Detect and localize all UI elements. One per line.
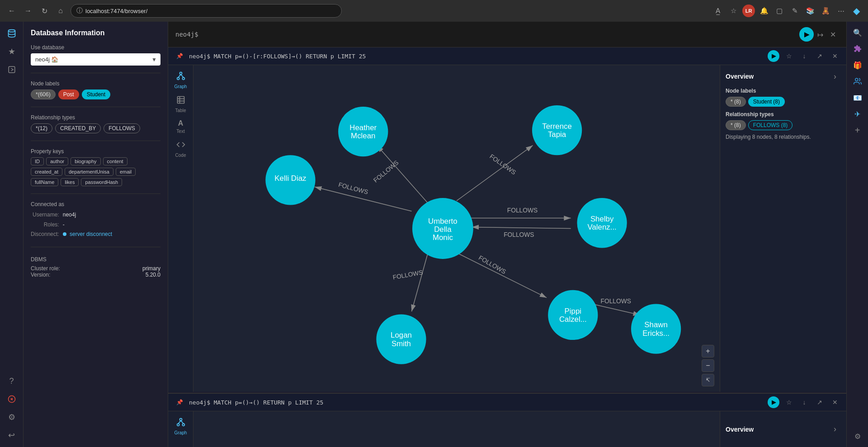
sidebar-database-btn[interactable] xyxy=(4,25,20,42)
result-expand-btn-1[interactable]: ↗ xyxy=(814,50,826,62)
bookmark-button[interactable]: ☆ xyxy=(727,5,740,17)
result-star-btn-2[interactable]: ☆ xyxy=(783,396,795,408)
node-umberto[interactable] xyxy=(412,198,473,259)
right-users-btn[interactable] xyxy=(850,74,865,89)
overview-badge-all[interactable]: * (8) xyxy=(726,97,746,107)
node-terrence[interactable] xyxy=(532,105,582,155)
profile-button[interactable]: LR xyxy=(742,5,755,17)
prop-content[interactable]: content xyxy=(103,157,127,165)
overview-rel-badge-all[interactable]: * (8) xyxy=(726,120,746,130)
zoom-in-btn-1[interactable]: + xyxy=(702,345,714,358)
sidebar-undo-btn[interactable]: ↩ xyxy=(4,427,20,443)
right-outlook-btn[interactable]: 📧 xyxy=(850,90,865,105)
refresh-button[interactable]: ↻ xyxy=(38,5,51,17)
prop-email[interactable]: email xyxy=(116,168,136,176)
home-button[interactable]: ⌂ xyxy=(54,5,67,17)
sidebar-help-btn[interactable]: ? xyxy=(4,373,20,389)
right-share-btn[interactable]: ✈ xyxy=(850,107,865,121)
db-select[interactable]: neo4j 🏠 xyxy=(31,53,160,66)
node-logan[interactable] xyxy=(376,314,426,364)
right-extensions-btn[interactable] xyxy=(850,42,865,56)
svg-point-6 xyxy=(177,77,179,80)
divider-5 xyxy=(31,247,160,247)
right-search-btn[interactable]: 🔍 xyxy=(850,25,865,40)
node-kelli[interactable] xyxy=(265,155,315,205)
badge-all-rels[interactable]: *(12) xyxy=(31,123,52,133)
split-view-button[interactable]: ▢ xyxy=(773,5,786,17)
result-download-btn-2[interactable]: ↓ xyxy=(798,396,810,408)
result-run-btn-1[interactable]: ▶ xyxy=(768,50,779,62)
more-button[interactable]: ⋯ xyxy=(835,5,847,17)
result-run-btn-2[interactable]: ▶ xyxy=(768,396,779,408)
tab-graph-label-1: Graph xyxy=(175,84,187,89)
graph-tab-icon-2 xyxy=(176,418,185,429)
result-close-btn-2[interactable]: ✕ xyxy=(829,396,841,408)
pin-icon-2[interactable]: 📌 xyxy=(174,396,185,408)
badge-follows[interactable]: FOLLOWS xyxy=(104,123,140,133)
divider-1 xyxy=(31,73,160,73)
divider-2 xyxy=(31,107,160,107)
right-add-btn[interactable]: + xyxy=(850,123,865,137)
node-shelby[interactable] xyxy=(577,198,627,248)
svg-point-16 xyxy=(177,423,179,426)
prop-fullname[interactable]: fullName xyxy=(31,178,58,186)
notifications-button[interactable]: 🔔 xyxy=(758,5,770,17)
prop-created-at[interactable]: created_at xyxy=(31,168,62,176)
prop-password[interactable]: passwordHash xyxy=(81,178,122,186)
badge-all-nodes[interactable]: *(606) xyxy=(31,89,56,99)
collections-button[interactable]: 📚 xyxy=(804,5,816,17)
overview-header-1: Overview › xyxy=(726,71,841,82)
query-expand-button[interactable]: ↦ xyxy=(814,28,826,41)
result-star-btn-1[interactable]: ☆ xyxy=(783,50,795,62)
bottom-overview-expand-btn[interactable]: › xyxy=(829,423,841,435)
prop-likes[interactable]: likes xyxy=(61,178,79,186)
tab-graph-2[interactable]: Graph xyxy=(170,415,192,438)
overview-rel-badge-follows[interactable]: FOLLOWS (8) xyxy=(748,120,793,130)
tab-text-1[interactable]: A Text xyxy=(170,117,192,136)
url-text: localhost:7474/browser/ xyxy=(85,8,147,14)
zoom-out-btn-1[interactable]: − xyxy=(702,359,714,372)
translate-button[interactable]: A̲ xyxy=(712,5,724,17)
tab-graph-label-2: Graph xyxy=(175,430,187,435)
prop-biography[interactable]: biography xyxy=(71,157,100,165)
right-settings-btn[interactable]: ⚙ xyxy=(850,429,865,443)
edge-button[interactable]: ◆ xyxy=(850,5,863,17)
query-run-button[interactable]: ▶ xyxy=(799,27,814,42)
back-button[interactable]: ← xyxy=(5,5,18,17)
code-tab-icon xyxy=(176,140,185,151)
forward-button[interactable]: → xyxy=(22,5,34,17)
sidebar-favorites-btn[interactable]: ★ xyxy=(4,43,20,60)
favorites-button[interactable]: ✎ xyxy=(788,5,801,17)
tab-code-1[interactable]: Code xyxy=(170,137,192,160)
prop-departement[interactable]: departementUnisa xyxy=(65,168,113,176)
prop-id[interactable]: ID xyxy=(31,157,44,165)
prop-author[interactable]: author xyxy=(46,157,68,165)
use-database-section: Use database neo4j 🏠 ▼ xyxy=(31,44,160,66)
badge-created-by[interactable]: CREATED_BY xyxy=(55,123,101,133)
badge-post[interactable]: Post xyxy=(58,89,79,99)
badge-student[interactable]: Student xyxy=(82,89,110,99)
sidebar-run-btn[interactable] xyxy=(4,61,20,78)
overview-badge-student[interactable]: Student (8) xyxy=(748,97,785,107)
result-download-btn-1[interactable]: ↓ xyxy=(798,50,810,62)
sidebar-settings-btn[interactable]: ⚙ xyxy=(4,409,20,425)
address-bar[interactable]: ⓘ localhost:7474/browser/ xyxy=(71,4,342,18)
tab-graph-1[interactable]: Graph xyxy=(170,69,192,92)
sidebar-error-btn[interactable] xyxy=(4,391,20,407)
disconnect-link[interactable]: server disconnect xyxy=(70,231,112,237)
zoom-fit-btn-1[interactable]: ↸ xyxy=(702,374,714,386)
tab-table-label-1: Table xyxy=(175,108,186,113)
pin-icon-1[interactable]: 📌 xyxy=(174,50,185,62)
tab-table-1[interactable]: Table xyxy=(170,93,192,116)
result-panel-2-header: 📌 neo4j$ MATCH p=()→() RETURN p LIMIT 25… xyxy=(168,394,846,411)
cluster-role-row: Cluster role: primary xyxy=(31,265,160,272)
extensions-button[interactable]: 🧸 xyxy=(819,5,832,17)
right-apps-btn[interactable]: 🎁 xyxy=(850,58,865,72)
result-expand-btn-2[interactable]: ↗ xyxy=(814,396,826,408)
query-close-button[interactable]: ✕ xyxy=(826,28,839,41)
result-close-btn-1[interactable]: ✕ xyxy=(829,50,841,62)
node-heather[interactable] xyxy=(338,107,388,156)
node-shawn[interactable] xyxy=(631,304,681,353)
node-pippi[interactable] xyxy=(548,290,598,340)
overview-expand-btn-1[interactable]: › xyxy=(829,71,841,82)
